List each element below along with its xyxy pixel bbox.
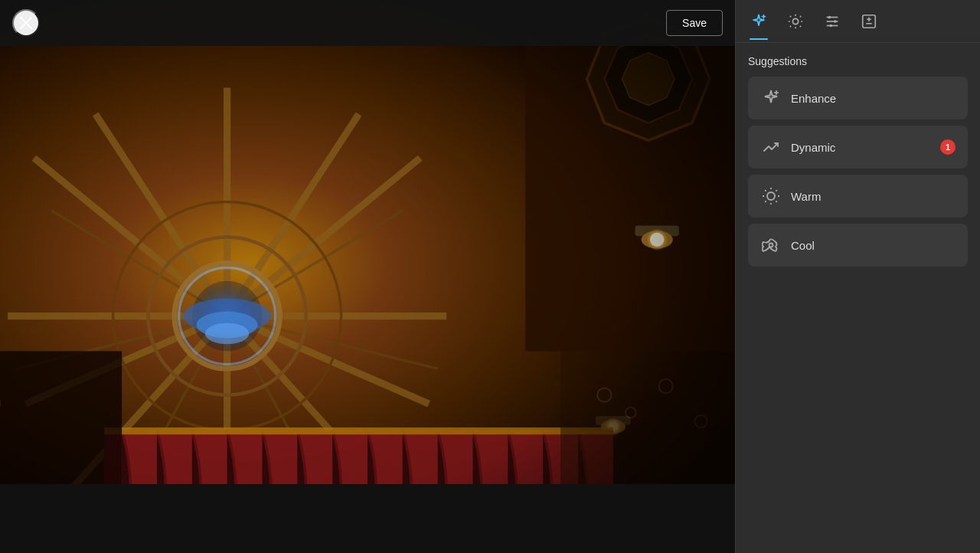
cool-icon: [762, 236, 780, 254]
suggestion-enhance[interactable]: Enhance: [748, 77, 968, 119]
svg-rect-51: [0, 0, 735, 553]
svg-line-72: [776, 190, 776, 191]
photo-container: Save: [0, 0, 735, 553]
tab-suggestions[interactable]: [742, 5, 776, 38]
svg-line-71: [765, 201, 766, 201]
section-title: Suggestions: [748, 55, 968, 67]
svg-point-58: [828, 15, 831, 18]
suggestion-dynamic[interactable]: Dynamic 1: [748, 126, 968, 169]
suggestion-warm[interactable]: Warm: [748, 175, 968, 218]
photo-area: Save: [0, 0, 735, 553]
panel-content: Suggestions Enhance Dynamic 1: [736, 43, 980, 553]
svg-point-54: [792, 18, 798, 24]
tab-tune[interactable]: [779, 5, 812, 38]
svg-point-60: [829, 24, 832, 27]
tab-adjust[interactable]: [815, 5, 849, 38]
svg-point-73: [769, 244, 773, 247]
warm-label: Warm: [791, 190, 821, 203]
save-button[interactable]: Save: [666, 10, 723, 36]
enhance-icon: [762, 89, 780, 107]
svg-point-64: [767, 192, 775, 200]
photo-image: [0, 0, 735, 553]
panel-tabs: [736, 0, 980, 43]
svg-point-59: [834, 20, 837, 23]
bottom-filmstrip: [0, 484, 735, 553]
dynamic-badge: 1: [940, 139, 956, 155]
warm-icon: [762, 187, 780, 205]
cool-label: Cool: [791, 239, 815, 252]
enhance-label: Enhance: [791, 92, 836, 105]
top-bar: Save: [0, 0, 735, 46]
suggestion-cool[interactable]: Cool: [748, 224, 968, 267]
right-panel: Suggestions Enhance Dynamic 1: [735, 0, 980, 553]
tab-export[interactable]: [852, 5, 886, 38]
close-button[interactable]: [12, 9, 40, 37]
svg-line-68: [776, 201, 776, 201]
dynamic-icon: [762, 138, 780, 156]
dynamic-label: Dynamic: [791, 141, 835, 154]
svg-line-67: [765, 190, 766, 191]
